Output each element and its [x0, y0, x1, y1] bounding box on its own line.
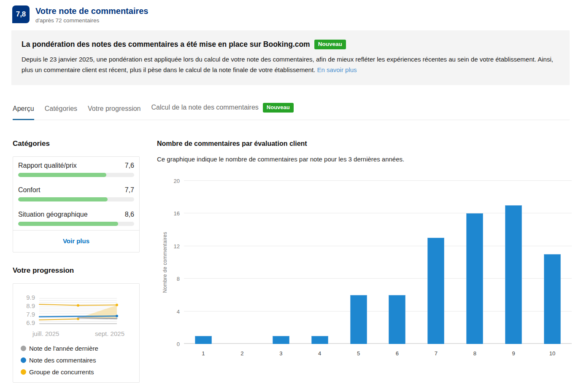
- bar-chart: Nombre de commentaires 048121620: [157, 181, 572, 344]
- progression-chart: 9.98.97.96.9: [19, 296, 133, 325]
- progression-chart-yticks: 9.98.97.96.9: [19, 296, 38, 325]
- legend-item-competitors: Groupe de concurrents: [21, 368, 133, 376]
- category-value: 7,7: [125, 186, 134, 194]
- bar-5[interactable]: [350, 295, 367, 344]
- learn-more-link[interactable]: En savoir plus: [317, 66, 357, 73]
- x-label-end: sept. 2025: [95, 330, 124, 337]
- bar-7[interactable]: [427, 238, 444, 344]
- tab-votre-progression[interactable]: Votre progression: [88, 102, 141, 120]
- bar-1[interactable]: [195, 336, 212, 344]
- page-title: Votre note de commentaires: [35, 6, 148, 16]
- x-tick-label: 9: [512, 350, 515, 357]
- y-tick-label: 4: [165, 309, 180, 314]
- progression-chart-svg: [38, 296, 119, 325]
- review-score-page: 7,8 Votre note de commentaires d'après 7…: [0, 0, 581, 392]
- bar-chart-x-labels: 12345678910: [184, 350, 572, 359]
- see-more-link[interactable]: Voir plus: [63, 237, 89, 244]
- y-tick-label: 16: [165, 211, 180, 216]
- x-tick-label: 5: [357, 350, 360, 357]
- bar-9[interactable]: [505, 205, 522, 344]
- bar-3[interactable]: [273, 336, 289, 344]
- categories-heading: Catégories: [13, 140, 140, 148]
- categories-card: Rapport qualité/prix 7,6 Confort 7,7: [13, 156, 140, 252]
- category-progress-track: [18, 222, 134, 226]
- x-tick-label: 7: [435, 350, 438, 357]
- category-row: Situation géographique 8,6: [13, 206, 139, 230]
- category-value: 8,6: [125, 211, 134, 218]
- category-label: Confort: [18, 186, 40, 194]
- category-bar-fill-0: [18, 173, 106, 177]
- y-tick-label: 20: [165, 178, 180, 184]
- x-tick-label: 8: [473, 350, 476, 357]
- progression-legend: Note de l'année dernière Note des commen…: [19, 345, 133, 376]
- y-tick-label: 12: [165, 243, 180, 249]
- category-label: Rapport qualité/prix: [18, 162, 77, 169]
- legend-label: Note de l'année dernière: [29, 345, 98, 352]
- y-tick-label: 8: [165, 276, 180, 282]
- bar-8[interactable]: [466, 213, 483, 344]
- category-progress-track: [18, 173, 134, 177]
- category-bar-fill-1: [18, 197, 108, 201]
- mini-y-tick-label: 8.9: [26, 303, 35, 309]
- category-value: 7,6: [125, 162, 134, 169]
- tab-calcul-note[interactable]: Calcul de la note des commentairesNouvea…: [151, 100, 293, 120]
- bar-6[interactable]: [389, 295, 405, 344]
- bar-chart-plot: 048121620: [184, 181, 572, 344]
- progression-heading: Votre progression: [13, 266, 140, 275]
- header-text: Votre note de commentaires d'après 72 co…: [35, 5, 148, 24]
- bar-chart-subtitle: Ce graphique indique le nombre de commen…: [157, 156, 572, 163]
- progression-chart-xlabels: juill. 2025 sept. 2025: [32, 330, 124, 337]
- bar-chart-title: Nombre de commentaires par évaluation cl…: [157, 140, 572, 148]
- category-row: Rapport qualité/prix 7,6: [13, 157, 139, 181]
- mini-y-tick-label: 6.9: [26, 320, 35, 326]
- x-label-start: juill. 2025: [32, 330, 59, 337]
- gray-dot-icon: [21, 346, 26, 351]
- x-tick-label: 3: [279, 350, 282, 357]
- review-score-badge: 7,8: [12, 5, 30, 23]
- banner-body-text: Depuis le 23 janvier 2025, une pondérati…: [22, 56, 553, 73]
- left-column: Catégories Rapport qualité/prix 7,6 Conf…: [13, 140, 140, 383]
- x-tick-label: 1: [202, 350, 205, 357]
- bar-4[interactable]: [311, 336, 328, 344]
- review-count-subtitle: d'après 72 commentaires: [35, 17, 148, 24]
- tab-calcul-note-label: Calcul de la note des commentaires: [151, 104, 258, 111]
- categories-card-footer: Voir plus: [13, 230, 139, 252]
- category-bar-fill-2: [18, 222, 118, 226]
- bar-10[interactable]: [544, 254, 561, 344]
- legend-label: Note des commentaires: [29, 357, 96, 364]
- yellow-dot-icon: [21, 369, 26, 375]
- mini-y-tick-label: 9.9: [26, 294, 35, 300]
- page-header: 7,8 Votre note de commentaires d'après 7…: [0, 0, 581, 24]
- y-axis-label-wrap: Nombre de commentaires: [162, 181, 168, 344]
- tab-bar: Aperçu Catégories Votre progression Calc…: [13, 100, 570, 120]
- new-badge: Nouveau: [263, 103, 294, 113]
- x-tick-label: 2: [241, 350, 243, 357]
- y-axis-label: Nombre de commentaires: [162, 232, 168, 293]
- legend-item-last-year: Note de l'année dernière: [21, 345, 133, 352]
- legend-item-review-score: Note des commentaires: [21, 357, 133, 364]
- category-label: Situation géographique: [18, 211, 88, 218]
- content: Catégories Rapport qualité/prix 7,6 Conf…: [13, 140, 570, 383]
- category-progress-track: [18, 197, 134, 201]
- progression-chart-plot: [38, 296, 119, 325]
- blue-dot-icon: [21, 357, 26, 363]
- weighting-info-banner: La pondération des notes des commentaire…: [11, 30, 570, 85]
- mini-y-tick-label: 7.9: [26, 311, 35, 317]
- right-column: Nombre de commentaires par évaluation cl…: [157, 140, 572, 383]
- banner-title: La pondération des notes des commentaire…: [22, 39, 559, 49]
- tab-apercu[interactable]: Aperçu: [13, 102, 34, 120]
- x-tick-label: 4: [318, 350, 321, 357]
- x-tick-label: 6: [396, 350, 399, 357]
- gridline-20: [184, 180, 572, 181]
- progression-card: 9.98.97.96.9 juill. 2025 sept. 2025 Note…: [13, 283, 140, 383]
- x-tick-label: 10: [549, 350, 555, 357]
- banner-title-text: La pondération des notes des commentaire…: [22, 40, 310, 48]
- legend-label: Groupe de concurrents: [29, 368, 94, 376]
- new-badge: Nouveau: [314, 40, 346, 49]
- category-row: Confort 7,7: [13, 181, 139, 206]
- tab-categories[interactable]: Catégories: [45, 102, 77, 120]
- y-tick-label: 0: [165, 341, 180, 347]
- banner-body: Depuis le 23 janvier 2025, une pondérati…: [22, 54, 554, 75]
